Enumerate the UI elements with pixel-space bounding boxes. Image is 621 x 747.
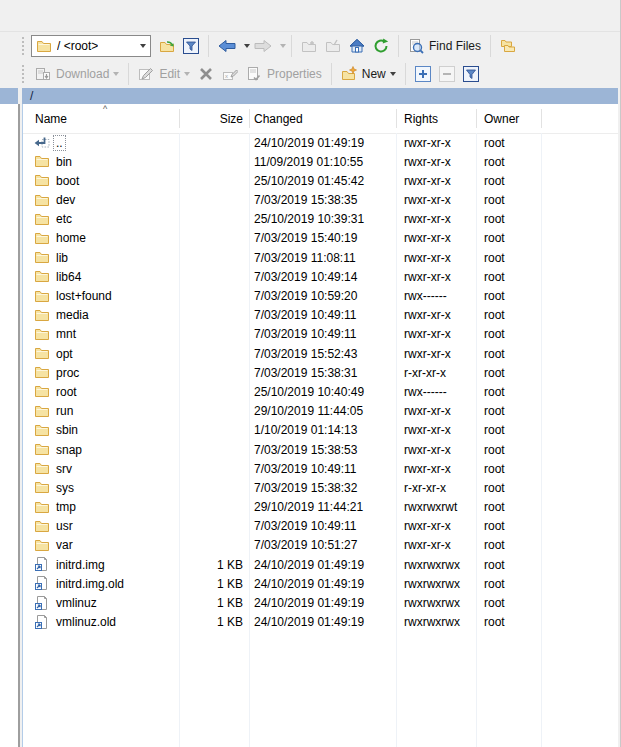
add-to-selection-button[interactable] <box>411 62 435 86</box>
file-rights: rwx------ <box>404 289 447 303</box>
find-files-button[interactable]: Find Files <box>404 34 485 58</box>
file-row[interactable]: snap 7/03/2019 15:38:53 rwxr-xr-x root <box>23 440 618 459</box>
selection-filter-button[interactable] <box>459 62 483 86</box>
file-name: srv <box>56 462 72 476</box>
column-resize-handle[interactable] <box>541 109 542 128</box>
navigation-toolbar: / <root> <box>0 32 621 60</box>
file-row[interactable]: dev 7/03/2019 15:38:35 rwxr-xr-x root <box>23 191 618 210</box>
file-row[interactable]: proc 7/03/2019 15:38:31 r-xr-xr-x root <box>23 363 618 382</box>
file-rights: rwxr-xr-x <box>404 327 451 341</box>
file-row[interactable]: var 7/03/2019 10:51:27 rwxr-xr-x root <box>23 536 618 555</box>
file-row[interactable]: lib64 7/03/2019 10:49:14 rwxr-xr-x root <box>23 267 618 286</box>
file-rights: rwxr-xr-x <box>404 174 451 188</box>
file-row[interactable]: tmp 29/10/2019 11:44:21 rwxrwxrwt root <box>23 498 618 517</box>
remove-from-selection-button[interactable] <box>435 62 459 86</box>
file-changed: 24/10/2019 01:49:19 <box>254 577 364 591</box>
file-row[interactable]: bin 11/09/2019 01:10:55 rwxr-xr-x root <box>23 152 618 171</box>
parent-directory-button[interactable] <box>297 34 321 58</box>
refresh-icon <box>373 38 389 54</box>
forward-history-chevron-icon[interactable] <box>280 44 286 48</box>
toolbar-separator <box>490 35 491 57</box>
file-changed: 29/10/2019 11:44:05 <box>254 404 363 418</box>
forward-button[interactable] <box>250 34 276 58</box>
file-changed: 7/03/2019 10:51:27 <box>254 538 357 552</box>
file-rights: rwxr-xr-x <box>404 443 451 457</box>
current-path: / <box>30 89 33 103</box>
new-label: New <box>362 67 386 81</box>
download-label: Download <box>56 67 109 81</box>
file-row[interactable]: run 29/10/2019 11:44:05 rwxr-xr-x root <box>23 402 618 421</box>
download-button[interactable]: Download <box>31 62 123 86</box>
column-header-owner[interactable]: Owner <box>484 112 519 126</box>
open-directory-button[interactable] <box>155 34 179 58</box>
toolbar-grip[interactable] <box>22 65 24 83</box>
file-row[interactable]: sys 7/03/2019 15:38:32 r-xr-xr-x root <box>23 478 618 497</box>
download-options-chevron-icon[interactable] <box>113 72 119 76</box>
column-resize-handle[interactable] <box>179 109 180 128</box>
edit-options-chevron-icon[interactable] <box>184 72 190 76</box>
refresh-button[interactable] <box>369 34 393 58</box>
file-name: sbin <box>56 423 78 437</box>
file-row[interactable]: root 25/10/2019 10:40:49 rwx------ root <box>23 382 618 401</box>
file-row[interactable]: .. 24/10/2019 01:49:19 rwxr-xr-x root <box>23 133 618 152</box>
file-owner: root <box>484 577 505 591</box>
symlink-file-icon <box>34 556 50 572</box>
file-row[interactable]: lib 7/03/2019 11:08:11 rwxr-xr-x root <box>23 248 618 267</box>
properties-button[interactable]: Properties <box>242 62 326 86</box>
home-icon <box>349 38 365 54</box>
edit-button[interactable]: Edit <box>134 62 194 86</box>
file-row[interactable]: initrd.img.old 1 KB 24/10/2019 01:49:19 … <box>23 574 618 593</box>
folder-icon <box>34 537 50 553</box>
root-directory-button[interactable] <box>321 34 345 58</box>
home-directory-button[interactable] <box>345 34 369 58</box>
new-options-chevron-icon[interactable] <box>390 72 396 76</box>
file-row[interactable]: initrd.img 1 KB 24/10/2019 01:49:19 rwxr… <box>23 555 618 574</box>
column-resize-handle[interactable] <box>476 109 477 128</box>
file-name: var <box>56 538 73 552</box>
file-name: mnt <box>56 327 76 341</box>
file-changed: 7/03/2019 15:38:53 <box>254 443 357 457</box>
column-resize-handle[interactable] <box>249 109 250 128</box>
toolbar-grip[interactable] <box>22 37 24 55</box>
file-changed: 25/10/2019 10:39:31 <box>254 212 364 226</box>
toolbar-separator <box>405 63 406 85</box>
rename-button[interactable]: x <box>218 62 242 86</box>
file-row[interactable]: boot 25/10/2019 01:45:42 rwxr-xr-x root <box>23 171 618 190</box>
file-row[interactable]: vmlinuz 1 KB 24/10/2019 01:49:19 rwxrwxr… <box>23 594 618 613</box>
back-button[interactable] <box>214 34 240 58</box>
file-row[interactable]: opt 7/03/2019 15:52:43 rwxr-xr-x root <box>23 344 618 363</box>
column-header-changed[interactable]: Changed <box>254 112 303 126</box>
column-header-rights[interactable]: Rights <box>404 112 438 126</box>
file-owner: root <box>484 558 505 572</box>
file-owner: root <box>484 136 505 150</box>
file-name: lost+found <box>56 289 112 303</box>
new-button[interactable]: New <box>337 62 400 86</box>
delete-button[interactable] <box>194 62 218 86</box>
toolbar-separator <box>208 35 209 57</box>
find-files-label: Find Files <box>429 39 481 53</box>
file-name: .. <box>54 136 65 150</box>
file-row[interactable]: srv 7/03/2019 10:49:11 rwxr-xr-x root <box>23 459 618 478</box>
file-row[interactable]: etc 25/10/2019 10:39:31 rwxr-xr-x root <box>23 210 618 229</box>
directory-address-combo[interactable]: / <root> <box>31 35 151 57</box>
chevron-down-icon[interactable] <box>140 44 146 48</box>
file-owner: root <box>484 366 505 380</box>
file-owner: root <box>484 251 505 265</box>
folder-icon <box>34 249 50 265</box>
file-row[interactable]: mnt 7/03/2019 10:49:11 rwxr-xr-x root <box>23 325 618 344</box>
sort-ascending-icon: ^ <box>103 104 107 114</box>
file-row[interactable]: vmlinuz.old 1 KB 24/10/2019 01:49:19 rwx… <box>23 613 618 632</box>
current-path-bar[interactable]: / <box>22 88 618 104</box>
column-resize-handle[interactable] <box>396 109 397 128</box>
file-row[interactable]: media 7/03/2019 10:49:11 rwxr-xr-x root <box>23 306 618 325</box>
winscp-remote-panel-window: / <root> <box>0 0 621 747</box>
column-header-size[interactable]: Size <box>173 112 243 126</box>
file-rights: rwxr-xr-x <box>404 231 451 245</box>
synchronize-browsing-button[interactable] <box>496 34 520 58</box>
column-header-name[interactable]: Name <box>35 112 67 126</box>
file-row[interactable]: sbin 1/10/2019 01:14:13 rwxr-xr-x root <box>23 421 618 440</box>
file-row[interactable]: home 7/03/2019 15:40:19 rwxr-xr-x root <box>23 229 618 248</box>
file-row[interactable]: lost+found 7/03/2019 10:59:20 rwx------ … <box>23 287 618 306</box>
file-row[interactable]: usr 7/03/2019 10:49:11 rwxr-xr-x root <box>23 517 618 536</box>
filter-button[interactable] <box>179 34 203 58</box>
